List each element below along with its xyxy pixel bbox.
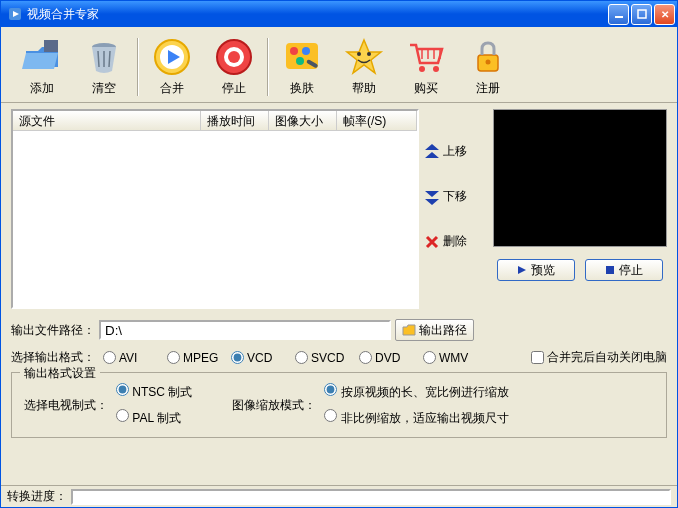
tv-system-label: 选择电视制式： xyxy=(24,397,108,414)
format-dvd[interactable]: DVD xyxy=(359,351,421,365)
svg-point-11 xyxy=(228,51,240,63)
scale-mode-label: 图像缩放模式： xyxy=(232,397,316,414)
tv-pal[interactable]: PAL 制式 xyxy=(116,409,192,427)
toolbar: 添加 清空 合并 停止 换肤 帮助 购买 注册 xyxy=(1,27,677,103)
browse-button[interactable]: 输出路径 xyxy=(395,319,474,341)
shutdown-checkbox[interactable]: 合并完后自动关闭电脑 xyxy=(531,349,667,366)
format-vcd[interactable]: VCD xyxy=(231,351,293,365)
folder-small-icon xyxy=(402,323,416,337)
preview-stop-button[interactable]: 停止 xyxy=(585,259,663,281)
format-settings-group: 输出格式设置 选择电视制式： NTSC 制式 PAL 制式 图像缩放模式： 按原… xyxy=(11,372,667,438)
move-up-button[interactable]: 上移 xyxy=(425,143,467,160)
separator xyxy=(137,38,139,96)
register-button[interactable]: 注册 xyxy=(457,33,519,101)
stop-button[interactable]: 停止 xyxy=(203,33,265,101)
preview-panel xyxy=(493,109,667,247)
star-icon xyxy=(343,36,385,78)
play-small-icon xyxy=(517,265,527,275)
minimize-button[interactable] xyxy=(608,4,629,25)
palette-icon xyxy=(281,36,323,78)
titlebar: 视频合并专家 ✕ xyxy=(1,1,677,27)
add-button[interactable]: 添加 xyxy=(11,33,73,101)
table-body xyxy=(13,131,417,307)
progress-label: 转换进度： xyxy=(7,488,67,505)
svg-point-18 xyxy=(367,52,371,56)
svg-point-20 xyxy=(433,66,439,72)
delete-button[interactable]: 删除 xyxy=(425,233,467,250)
output-path-label: 输出文件路径： xyxy=(11,322,95,339)
svg-rect-24 xyxy=(606,266,614,274)
output-format-label: 选择输出格式： xyxy=(11,349,95,366)
progress-bar xyxy=(71,489,671,505)
chevron-down-icon xyxy=(425,189,439,205)
stop-icon xyxy=(213,36,255,78)
scale-nonproportional[interactable]: 非比例缩放，适应输出视频尺寸 xyxy=(324,409,508,427)
merge-button[interactable]: 合并 xyxy=(141,33,203,101)
buy-button[interactable]: 购买 xyxy=(395,33,457,101)
separator xyxy=(267,38,269,96)
cart-icon xyxy=(405,36,447,78)
output-path-input[interactable] xyxy=(99,320,391,340)
tv-ntsc[interactable]: NTSC 制式 xyxy=(116,383,192,401)
svg-point-19 xyxy=(419,66,425,72)
skin-button[interactable]: 换肤 xyxy=(271,33,333,101)
chevron-up-icon xyxy=(425,144,439,160)
scale-proportional[interactable]: 按原视频的长、宽比例进行缩放 xyxy=(324,383,508,401)
preview-button[interactable]: 预览 xyxy=(497,259,575,281)
close-button[interactable]: ✕ xyxy=(654,4,675,25)
svg-marker-23 xyxy=(518,266,526,274)
svg-point-14 xyxy=(302,47,310,55)
format-svcd[interactable]: SVCD xyxy=(295,351,357,365)
col-size[interactable]: 图像大小 xyxy=(269,111,337,130)
format-settings-legend: 输出格式设置 xyxy=(20,365,100,382)
trash-icon xyxy=(83,36,125,78)
format-mpeg[interactable]: MPEG xyxy=(167,351,229,365)
move-down-button[interactable]: 下移 xyxy=(425,188,467,205)
play-icon xyxy=(151,36,193,78)
svg-point-17 xyxy=(357,52,361,56)
file-table: 源文件 播放时间 图像大小 帧率(/S) xyxy=(11,109,419,309)
folder-icon xyxy=(21,36,63,78)
col-fps[interactable]: 帧率(/S) xyxy=(337,111,417,130)
format-avi[interactable]: AVI xyxy=(103,351,165,365)
col-duration[interactable]: 播放时间 xyxy=(201,111,269,130)
svg-point-15 xyxy=(296,57,304,65)
maximize-button[interactable] xyxy=(631,4,652,25)
svg-rect-2 xyxy=(615,16,623,18)
svg-rect-4 xyxy=(44,40,58,52)
col-source[interactable]: 源文件 xyxy=(13,111,201,130)
svg-rect-3 xyxy=(638,10,646,18)
svg-point-22 xyxy=(486,60,491,65)
help-button[interactable]: 帮助 xyxy=(333,33,395,101)
svg-point-13 xyxy=(290,47,298,55)
format-wmv[interactable]: WMV xyxy=(423,351,485,365)
stop-small-icon xyxy=(605,265,615,275)
clear-button[interactable]: 清空 xyxy=(73,33,135,101)
x-icon xyxy=(425,235,439,249)
lock-icon xyxy=(467,36,509,78)
window-title: 视频合并专家 xyxy=(27,6,608,23)
app-icon xyxy=(7,6,23,22)
